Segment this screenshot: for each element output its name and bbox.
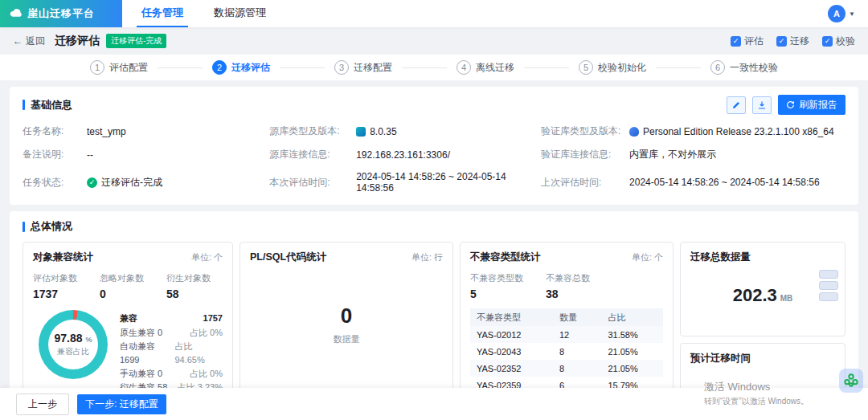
avatar[interactable]: A [828,5,845,22]
list-item: 原生兼容 0占比 0% [120,326,223,340]
donut-center: 97.88 % 兼容占比 [48,320,98,369]
step-1-evaluation-config[interactable]: 1 评估配置 [90,60,148,75]
floating-tool-button[interactable] [839,369,863,393]
field-label: 任务名称: [23,124,87,138]
basic-info-header: 基础信息 刷新报告 [23,95,845,115]
table-row[interactable]: YAS-02043 8 21.05% [470,343,663,360]
cell-type: YAS-02352 [477,364,559,373]
link-label: 迁移 [790,35,809,48]
app-logo: 崖山迁移平台 [0,0,122,27]
report-links: ✓ 评估 ✓ 迁移 ✓ 校验 [731,35,855,48]
stat-value: 1737 [33,287,77,300]
card-unit: 单位: 个 [632,251,663,263]
compatibility-donut-chart: 97.88 % 兼容占比 [39,310,108,379]
step-connector [524,67,569,68]
verification-icon: ✓ [822,36,833,47]
step-circle: 2 [212,60,227,75]
link-evaluation[interactable]: ✓ 评估 [731,35,764,48]
main-nav: 任务管理 数据源管理 [137,0,292,27]
list-item: 手动兼容 0占比 0% [120,367,223,381]
data-volume-unit: MB [780,294,793,303]
edit-button[interactable] [727,96,746,114]
step-4-offline-migration[interactable]: 4 离线迁移 [457,60,514,75]
next-step-label: 下一步: 迁移配置 [85,398,158,411]
table-row[interactable]: YAS-02352 8 21.05% [470,360,663,377]
step-6-consistency-check[interactable]: 6 一致性校验 [710,60,778,75]
step-3-migration-config[interactable]: 3 迁移配置 [334,60,392,75]
field-value: 2024-05-14 14:58:26 ~ 2024-05-14 14:58:5… [356,171,541,194]
field-value: test_ymp [87,126,126,137]
row-ratio: 占比 94.65% [174,340,223,367]
status-badge: 迁移评估-完成 [106,34,166,48]
card-head: PL/SQL代码统计 单位: 行 [250,251,443,264]
field-value: 192.168.23.161:3306/ [356,149,450,161]
plsql-count: 0 [341,304,352,328]
field-value-text: Personal Edition Release 23.2.1.100 x86_… [643,126,834,137]
step-2-migration-evaluation[interactable]: 2 迁移评估 [212,60,270,75]
link-verification[interactable]: ✓ 校验 [822,35,855,48]
back-arrow-icon: ← [13,35,23,47]
back-button[interactable]: ← 返回 [13,35,45,48]
field-label: 备注说明: [23,148,87,161]
prev-step-button[interactable]: 上一步 [16,393,69,415]
col-header-count: 数量 [559,312,608,324]
section-title: 基础信息 [31,98,72,112]
donut-percent-value: 97.88 [55,332,83,345]
download-button[interactable] [752,96,772,114]
field-value: ✓ 迁移评估-完成 [87,176,162,190]
cell-count: 12 [559,330,608,340]
workflow-stepper: 1 评估配置 2 迁移评估 3 迁移配置 4 离线迁移 5 校验初始化 6 一致… [0,55,868,80]
user-menu[interactable]: A ▼ [828,0,868,27]
stat-incompat-total: 不兼容总数 38 [546,272,590,300]
chevron-down-icon: ▼ [849,10,855,18]
table-row[interactable]: YAS-02012 12 31.58% [470,326,663,343]
field-value: Personal Edition Release 23.2.1.100 x86_… [629,126,834,137]
field-label: 验证库类型及版本: [541,124,629,138]
step-circle: 1 [90,60,104,75]
cell-ratio: 21.05% [608,347,657,357]
field-label: 源库连接信息: [269,148,356,161]
plsql-value-area: 0 数据量 [250,264,443,385]
stat-label: 衍生对象数 [166,272,211,284]
app-header: 崖山迁移平台 任务管理 数据源管理 A ▼ [0,0,868,27]
basic-info-fields: 任务名称: test_ymp 源库类型及版本: 8.0.35 验证库类型及版本:… [23,124,845,194]
back-label: 返回 [26,35,45,48]
stat-value: 0 [100,287,144,300]
stat-label: 评估对象数 [33,272,77,284]
step-connector [402,67,447,68]
nav-tab-task-management[interactable]: 任务管理 [137,0,188,27]
stat-value: 5 [470,287,523,300]
step-circle: 4 [457,60,471,75]
step-connector [158,67,203,68]
next-step-button[interactable]: 下一步: 迁移配置 [77,394,166,414]
refresh-label: 刷新报告 [799,98,837,112]
step-label: 迁移配置 [354,61,392,75]
link-migration[interactable]: ✓ 迁移 [776,35,809,48]
group-total: 1757 [203,310,223,326]
step-connector [280,67,325,68]
success-check-icon: ✓ [87,177,97,188]
field-label: 任务状态: [23,176,87,190]
cell-count: 8 [559,347,608,357]
col-header-ratio: 占比 [608,312,657,324]
card-title: PL/SQL代码统计 [250,251,326,264]
row-label: 手动兼容 0 [120,367,162,381]
link-label: 评估 [744,35,764,48]
field-target-db-type: 验证库类型及版本: Personal Edition Release 23.2.… [541,124,845,138]
refresh-report-button[interactable]: 刷新报告 [778,95,845,115]
pencil-icon [731,100,741,110]
field-label: 上次评估时间: [541,176,629,190]
donut-caption: 兼容占比 [57,346,89,357]
step-5-verification-init[interactable]: 5 校验初始化 [579,60,646,75]
field-value-text: 8.0.35 [370,126,396,137]
card-title: 迁移总数据量 [690,251,751,264]
field-source-db-type: 源库类型及版本: 8.0.35 [269,124,541,138]
card-head: 不兼容类型统计 单位: 个 [470,251,663,264]
row-label: 自动兼容 1699 [120,340,174,367]
plsql-caption: 数据量 [334,333,360,345]
footer-bar: 上一步 下一步: 迁移配置 [0,388,868,420]
nav-tab-datasource-management[interactable]: 数据源管理 [209,0,271,27]
header-spacer [292,0,828,27]
cell-type: YAS-02043 [477,347,559,357]
field-label: 验证库连接信息: [541,148,629,161]
